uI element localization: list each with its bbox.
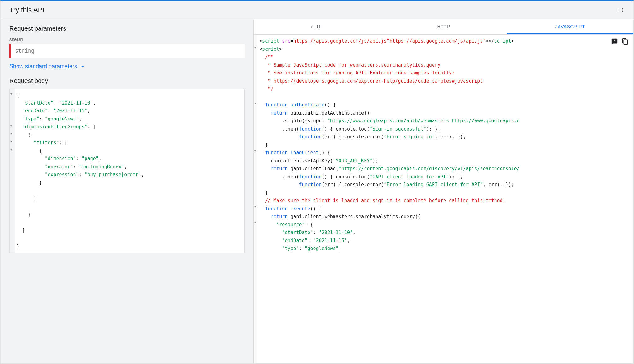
request-panel: Request parameters siteUrl Show standard…: [1, 19, 254, 363]
collapse-button[interactable]: [617, 6, 625, 14]
siteurl-input[interactable]: [11, 44, 245, 58]
copy-icon: [622, 38, 629, 45]
api-explorer-panel: Try this API Request parameters siteUrl …: [0, 0, 634, 364]
code-actions: [611, 38, 629, 45]
feedback-icon: [611, 38, 618, 45]
panel-header: Try this API: [1, 1, 633, 19]
minimize-icon: [618, 7, 624, 13]
siteurl-input-wrapper: [9, 44, 245, 58]
code-tabs: cURL HTTP JAVASCRIPT: [254, 19, 633, 35]
show-standard-parameters-link[interactable]: Show standard parameters: [9, 63, 245, 70]
tab-javascript[interactable]: JAVASCRIPT: [507, 19, 633, 34]
request-body-editor[interactable]: ▼ ▼ ▼ ▼ ▼ { "startDate": "2021-11-10", "…: [9, 89, 245, 253]
tab-curl[interactable]: cURL: [254, 19, 380, 34]
json-gutter: ▼ ▼ ▼ ▼ ▼: [10, 89, 15, 253]
tab-http[interactable]: HTTP: [380, 19, 507, 34]
code-content: <script src=https://apis.google.com/js/a…: [254, 37, 633, 253]
code-panel: cURL HTTP JAVASCRIPT: [254, 19, 633, 363]
main-content: Request parameters siteUrl Show standard…: [1, 19, 633, 363]
show-standard-parameters-label: Show standard parameters: [9, 63, 77, 70]
json-body-content[interactable]: { "startDate": "2021-11-10", "endDate": …: [10, 91, 244, 251]
report-issue-button[interactable]: [611, 38, 618, 45]
code-gutter: ▼ ▼ ▼ ▼ ▼: [254, 35, 257, 363]
code-sample-area[interactable]: ▼ ▼ ▼ ▼ ▼ <script src=https://apis.googl…: [254, 35, 633, 363]
request-body-title: Request body: [9, 77, 245, 85]
request-parameters-title: Request parameters: [9, 25, 245, 32]
chevron-down-icon: [80, 64, 86, 70]
copy-button[interactable]: [621, 38, 629, 45]
siteurl-label: siteUrl: [9, 37, 245, 42]
panel-title: Try this API: [9, 6, 44, 14]
